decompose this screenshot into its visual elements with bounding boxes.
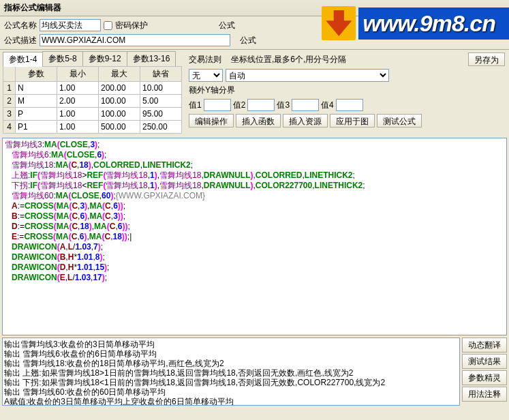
param-max-input[interactable] [99,82,140,94]
side-button-1[interactable]: 测试结果 [462,354,507,369]
param-min-input[interactable] [57,108,98,120]
param-def-input[interactable] [140,82,181,94]
param-header: 最小 [57,67,99,82]
param-tab-3[interactable]: 参数9-12 [82,51,127,66]
password-protect-checkbox[interactable] [104,21,112,30]
save-as-button[interactable]: 另存为 [468,52,505,66]
param-tab-1[interactable]: 参数1-4 [3,52,43,67]
param-row: 3 [3,108,182,121]
param-def-input[interactable] [140,121,181,133]
side-button-0[interactable]: 动态翻译 [462,338,507,352]
param-min-input[interactable] [57,82,98,94]
formula-desc-label: 公式描述 [4,35,37,46]
formula-type-label: 公式 [219,20,235,31]
insert-func-button[interactable]: 插入函数 [236,114,281,127]
output-line: A赋值:收盘价的3日简单移动平均上穿收盘价的6日简单移动平均 [4,397,458,406]
output-line: 输出 雪舞均线60:收盘价的60日简单移动平均 [4,387,458,397]
output-box[interactable]: 输出雪舞均线3:收盘价的3日简单移动平均输出 雪舞均线6:收盘价的6日简单移动平… [2,338,460,406]
formula-name-input[interactable] [40,19,101,31]
param-row: 4 [3,121,182,134]
param-min-input[interactable] [57,121,98,133]
val1-input[interactable] [204,99,231,111]
trade-rule-label: 交易法则 [189,54,221,65]
param-n-input[interactable] [16,108,57,120]
param-header: 最大 [99,67,140,82]
param-header: 缺省 [140,67,182,82]
test-formula-button[interactable]: 测试公式 [377,114,422,127]
param-table: 参数最小最大缺省 1234 [3,66,182,134]
insert-res-button[interactable]: 插入资源 [283,114,328,127]
output-line: 输出雪舞均线3:收盘价的3日简单移动平均 [4,340,458,349]
val3-label: 值3 [277,100,290,111]
code-editor[interactable]: 雪舞均线3:MA(CLOSE,3); 雪舞均线6:MA(CLOSE,6); 雪舞… [2,138,507,335]
param-def-input[interactable] [140,95,181,107]
param-header [3,67,16,82]
formula-name-label: 公式名称 [4,20,37,31]
password-protect-label: 密码保护 [115,20,148,31]
output-line: 输出 上翘:如果雪舞均线18>1日前的雪舞均线18,返回雪舞均线18,否则返回无… [4,368,458,378]
side-button-3[interactable]: 用法注释 [462,387,507,402]
val4-label: 值4 [321,100,334,111]
watermark-text: www.9m8.cn [358,7,509,40]
param-tabs: 参数1-4参数5-8参数9-12参数13-16 [3,51,182,66]
param-n-input[interactable] [16,121,57,133]
output-line: 输出 雪舞均线18:收盘价的18日简单移动平均,画红色,线宽为2 [4,359,458,368]
output-line: 输出 下拐:如果雪舞均线18<1日前的雪舞均线18,返回雪舞均线18,否则返回无… [4,378,458,387]
param-tab-2[interactable]: 参数5-8 [42,51,82,66]
output-line: 输出 雪舞均线6:收盘价的6日简单移动平均 [4,349,458,359]
rule-select[interactable]: 无 [189,69,223,82]
param-n-input[interactable] [16,95,57,107]
watermark: www.9m8.cn [322,0,509,46]
param-row: 2 [3,95,182,108]
watermark-logo-icon [322,6,356,40]
extra-axis-label: 额外Y轴分界 [189,85,235,96]
param-header: 参数 [16,67,57,82]
param-max-input[interactable] [99,95,140,107]
formula-desc-input[interactable] [40,34,230,46]
param-max-input[interactable] [99,121,140,133]
val4-input[interactable] [336,99,363,111]
val2-input[interactable] [247,99,275,111]
val1-label: 值1 [189,100,202,111]
side-button-2[interactable]: 参数精灵 [462,370,507,385]
param-def-input[interactable] [140,108,181,120]
param-max-input[interactable] [99,108,140,120]
val3-input[interactable] [292,99,319,111]
param-tab-4[interactable]: 参数13-16 [127,51,176,66]
coord-label: 坐标线位置,最多6个,用分号分隔 [231,54,346,65]
param-n-input[interactable] [16,82,57,94]
param-min-input[interactable] [57,95,98,107]
coord-select[interactable]: 自动 [226,69,389,82]
apply-chart-button[interactable]: 应用于图 [330,114,375,127]
param-row: 1 [3,82,182,95]
val2-label: 值2 [233,100,246,111]
edit-op-button[interactable]: 编辑操作 [189,114,234,127]
formula-type-label-2: 公式 [240,35,256,46]
